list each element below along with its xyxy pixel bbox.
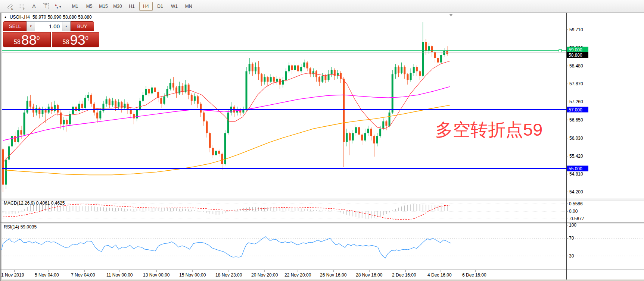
volume-input[interactable] — [35, 21, 62, 31]
line-drag-handle[interactable] — [559, 50, 561, 52]
svg-text:F: F — [23, 7, 25, 10]
symbol-period-label: USOil-,H4 — [10, 15, 30, 20]
x-axis-date-label[interactable]: 26 Nov 16:00 — [320, 272, 347, 278]
x-axis-date-label[interactable]: 1 Nov 2019 — [1, 272, 24, 278]
price-tick-label: 54.810 — [569, 171, 583, 177]
timeframe-button-M1[interactable]: M1 — [68, 2, 82, 11]
x-axis-date-label[interactable]: 20 Nov 20:00 — [251, 272, 278, 278]
fibonacci-lines-icon[interactable]: F — [16, 1, 28, 11]
timeframe-button-D1[interactable]: D1 — [153, 2, 167, 11]
equidistant-channel-icon[interactable]: E — [4, 1, 16, 11]
buy-price-small: 58 — [63, 39, 69, 45]
x-axis-date-label[interactable]: 7 Nov 04:00 — [71, 272, 95, 278]
price-tick-label: 57.870 — [569, 81, 583, 86]
price-badge-label: 58.880 — [569, 53, 582, 58]
buy-price-panel[interactable]: 58 93 0 — [52, 32, 100, 47]
quote-high: 58.990 — [48, 15, 62, 20]
buy-price-big: 93 — [70, 34, 85, 47]
svg-text:E: E — [11, 7, 13, 10]
timeframe-group: M1M5M15M30H1H4D1W1MN — [68, 2, 196, 11]
price-tick-label: 59.710 — [569, 27, 583, 32]
x-axis-date-label[interactable]: 4 Dec 16:00 — [427, 272, 452, 278]
chart-header: ▲ USOil-,H4 58.970 58.990 58.880 58.880 — [4, 15, 92, 20]
price-badge-label: 55.000 — [569, 166, 582, 171]
quote-low: 58.880 — [63, 15, 77, 20]
volume-increase-button[interactable]: ▲ — [62, 21, 71, 31]
toolbar-grip[interactable] — [2, 2, 2, 10]
timeframe-button-M30[interactable]: M30 — [111, 2, 124, 11]
buy-price-sup: 0 — [85, 35, 88, 41]
quote-open: 58.970 — [32, 15, 46, 20]
price-tick-label: 57.260 — [569, 99, 583, 104]
sell-price-small: 58 — [14, 39, 21, 45]
x-axis-date-label[interactable]: 28 Nov 16:00 — [356, 272, 383, 278]
timeframe-button-M15[interactable]: M15 — [97, 2, 110, 11]
rsi-label: RSI(14) 59.0035 — [4, 224, 37, 230]
sell-price-big: 88 — [21, 34, 37, 47]
rsi-tick-label: 100 — [569, 222, 576, 228]
sell-button[interactable]: SELL — [3, 21, 27, 31]
macd-label: MACD(12,26,9) 0.4061 0.4625 — [4, 201, 65, 206]
sell-price-panel[interactable]: 58 88 0 — [3, 32, 51, 47]
x-axis-date-label[interactable]: 2 Dec 16:00 — [392, 272, 416, 278]
x-axis-date-label[interactable]: 11 Nov 00:00 — [106, 272, 133, 278]
toolbar: EFAT▾ M1M5M15M30H1H4D1W1MN — [0, 0, 644, 13]
chart-background — [0, 12, 644, 280]
timeframe-button-M5[interactable]: M5 — [83, 2, 96, 11]
timeframe-button-MN[interactable]: MN — [182, 2, 195, 11]
macd-tick-label: 0.5586 — [569, 201, 583, 206]
timeframe-button-W1[interactable]: W1 — [168, 2, 181, 11]
x-axis-date-label[interactable]: 13 Nov 00:00 — [143, 272, 170, 278]
x-axis-date-label[interactable]: 5 Nov 04:00 — [35, 272, 59, 278]
x-axis-date-label[interactable]: 6 Dec 16:00 — [462, 272, 486, 278]
collapse-arrow-icon[interactable]: ▲ — [4, 15, 7, 19]
window-bottom-edge — [0, 280, 644, 281]
price-tick-label: 54.200 — [569, 189, 583, 195]
volume-decrease-button[interactable]: ▼ — [27, 21, 35, 31]
text-icon[interactable]: A — [28, 1, 40, 11]
one-click-trading-widget: SELL ▼ ▲ BUY 58 88 0 58 93 0 — [3, 21, 99, 47]
toolbar-separator — [66, 2, 66, 10]
sell-price-sup: 0 — [37, 35, 40, 41]
macd-tick-label: -0.5677 — [569, 216, 584, 221]
annotation-text[interactable]: 多空转折点59 — [435, 118, 542, 142]
x-axis-date-label[interactable]: 15 Nov 00:00 — [179, 272, 206, 278]
rsi-tick-label: 30 — [569, 253, 574, 259]
price-tick-label: 55.420 — [569, 154, 583, 159]
macd-tick-label: 0.00 — [569, 209, 578, 214]
quote-close: 58.880 — [78, 15, 92, 20]
rsi-tick-label: 70 — [569, 236, 574, 241]
price-tick-label: 56.650 — [569, 117, 583, 123]
price-tick-label: 56.030 — [569, 136, 583, 141]
timeframe-button-H1[interactable]: H1 — [125, 2, 139, 11]
price-badge-label: 57.000 — [569, 107, 582, 113]
svg-text:▾: ▾ — [59, 5, 61, 9]
buy-button[interactable]: BUY — [71, 21, 94, 31]
price-badge-label: 59.000 — [569, 47, 582, 53]
arrow-tools-icon[interactable]: ▾ — [52, 1, 63, 11]
x-axis-date-label[interactable]: 18 Nov 23:00 — [215, 272, 242, 278]
text-label-icon[interactable]: T — [40, 1, 52, 11]
timeframe-button-H4[interactable]: H4 — [139, 2, 153, 11]
x-axis-date-label[interactable]: 22 Nov 20:00 — [284, 272, 311, 278]
price-tick-label: 58.480 — [569, 63, 583, 69]
